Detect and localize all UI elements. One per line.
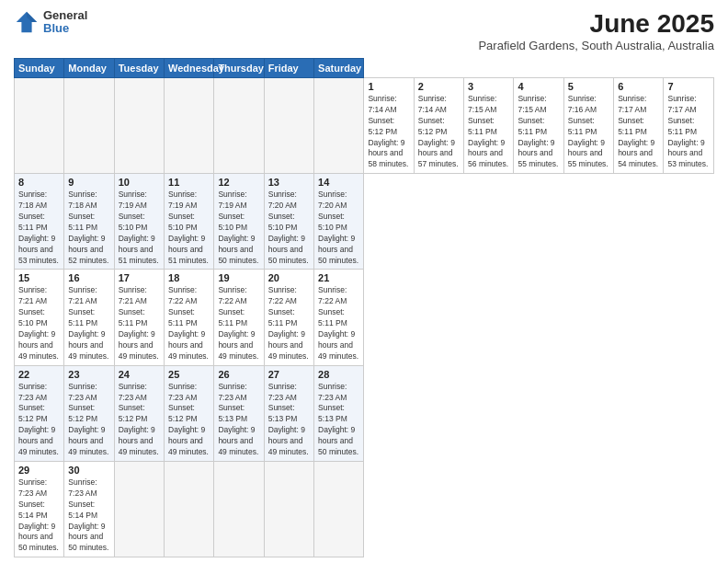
calendar-header-row: Sunday Monday Tuesday Wednesday Thursday… [15, 59, 714, 78]
day-info: Sunrise: 7:20 AM Sunset: 5:10 PM Dayligh… [318, 190, 359, 266]
day-number: 30 [68, 465, 109, 476]
calendar-cell: 26 Sunrise: 7:23 AM Sunset: 5:13 PM Dayl… [214, 365, 264, 461]
day-info: Sunrise: 7:18 AM Sunset: 5:11 PM Dayligh… [18, 190, 60, 266]
header: General Blue June 2025 Parafield Gardens… [14, 9, 714, 52]
day-info: Sunrise: 7:23 AM Sunset: 5:12 PM Dayligh… [18, 382, 60, 458]
day-number: 18 [168, 272, 210, 283]
sunset: Sunset: 5:13 PM [218, 403, 259, 425]
sunrise: Sunrise: 7:22 AM [218, 285, 259, 307]
daylight: Daylight: 9 hours and 50 minutes. [268, 234, 310, 267]
calendar-cell: 20 Sunrise: 7:22 AM Sunset: 5:11 PM Dayl… [264, 270, 313, 365]
day-number: 27 [268, 369, 310, 380]
col-friday: Friday [264, 59, 313, 78]
calendar-cell [314, 78, 364, 174]
calendar-cell [15, 78, 64, 174]
calendar-row: 8 Sunrise: 7:18 AM Sunset: 5:11 PM Dayli… [15, 174, 714, 270]
daylight: Daylight: 9 hours and 49 minutes. [168, 329, 210, 362]
calendar-cell: 22 Sunrise: 7:23 AM Sunset: 5:12 PM Dayl… [15, 365, 64, 461]
calendar-cell: 2 Sunrise: 7:14 AM Sunset: 5:12 PM Dayli… [414, 78, 463, 174]
sunrise: Sunrise: 7:16 AM [568, 94, 609, 116]
day-number: 25 [168, 369, 210, 380]
daylight: Daylight: 9 hours and 49 minutes. [218, 329, 259, 362]
day-number: 29 [18, 465, 60, 476]
calendar-cell: 3 Sunrise: 7:15 AM Sunset: 5:11 PM Dayli… [464, 78, 514, 174]
daylight: Daylight: 9 hours and 53 minutes. [667, 138, 710, 171]
daylight: Daylight: 9 hours and 55 minutes. [568, 138, 609, 171]
day-info: Sunrise: 7:14 AM Sunset: 5:12 PM Dayligh… [368, 94, 409, 170]
sunset: Sunset: 5:12 PM [168, 403, 210, 425]
sunset: Sunset: 5:11 PM [218, 307, 259, 329]
day-number: 23 [68, 369, 109, 380]
calendar-cell: 16 Sunrise: 7:21 AM Sunset: 5:11 PM Dayl… [64, 270, 114, 365]
daylight: Daylight: 9 hours and 57 minutes. [418, 138, 460, 171]
day-number: 2 [418, 81, 460, 92]
daylight: Daylight: 9 hours and 50 minutes. [68, 522, 109, 555]
day-info: Sunrise: 7:23 AM Sunset: 5:14 PM Dayligh… [68, 477, 109, 554]
calendar-cell [165, 461, 214, 557]
calendar-cell [264, 461, 313, 557]
day-info: Sunrise: 7:23 AM Sunset: 5:14 PM Dayligh… [18, 477, 60, 554]
sunrise: Sunrise: 7:15 AM [518, 94, 559, 116]
day-info: Sunrise: 7:23 AM Sunset: 5:12 PM Dayligh… [168, 382, 210, 458]
calendar-cell: 5 Sunrise: 7:16 AM Sunset: 5:11 PM Dayli… [563, 78, 613, 174]
day-number: 20 [268, 272, 310, 283]
day-info: Sunrise: 7:17 AM Sunset: 5:11 PM Dayligh… [618, 94, 659, 170]
calendar-cell: 13 Sunrise: 7:20 AM Sunset: 5:10 PM Dayl… [264, 174, 313, 270]
daylight: Daylight: 9 hours and 49 minutes. [268, 425, 310, 458]
calendar-cell: 19 Sunrise: 7:22 AM Sunset: 5:11 PM Dayl… [214, 270, 264, 365]
daylight: Daylight: 9 hours and 58 minutes. [368, 138, 409, 171]
day-number: 13 [268, 177, 310, 188]
calendar-cell: 25 Sunrise: 7:23 AM Sunset: 5:12 PM Dayl… [165, 365, 214, 461]
daylight: Daylight: 9 hours and 51 minutes. [168, 234, 210, 267]
day-number: 16 [68, 272, 109, 283]
sunset: Sunset: 5:10 PM [218, 212, 259, 234]
sunset: Sunset: 5:11 PM [68, 212, 109, 234]
calendar-cell: 1 Sunrise: 7:14 AM Sunset: 5:12 PM Dayli… [364, 78, 414, 174]
sunrise: Sunrise: 7:23 AM [119, 382, 160, 404]
logo-blue-text: Blue [43, 22, 87, 35]
daylight: Daylight: 9 hours and 55 minutes. [518, 138, 559, 171]
col-wednesday: Wednesday [165, 59, 214, 78]
sunset: Sunset: 5:14 PM [18, 500, 60, 522]
day-info: Sunrise: 7:17 AM Sunset: 5:11 PM Dayligh… [667, 94, 710, 170]
day-info: Sunrise: 7:23 AM Sunset: 5:13 PM Dayligh… [218, 382, 259, 458]
logo-general-text: General [43, 9, 87, 22]
calendar-cell: 14 Sunrise: 7:20 AM Sunset: 5:10 PM Dayl… [314, 174, 364, 270]
sunset: Sunset: 5:11 PM [667, 116, 710, 138]
daylight: Daylight: 9 hours and 49 minutes. [119, 425, 160, 458]
sunset: Sunset: 5:10 PM [168, 212, 210, 234]
col-monday: Monday [64, 59, 114, 78]
sunset: Sunset: 5:10 PM [268, 212, 310, 234]
calendar-cell [314, 461, 364, 557]
calendar-cell: 15 Sunrise: 7:21 AM Sunset: 5:10 PM Dayl… [15, 270, 64, 365]
day-info: Sunrise: 7:18 AM Sunset: 5:11 PM Dayligh… [68, 190, 109, 266]
day-info: Sunrise: 7:22 AM Sunset: 5:11 PM Dayligh… [218, 285, 259, 362]
day-info: Sunrise: 7:14 AM Sunset: 5:12 PM Dayligh… [418, 94, 460, 170]
day-info: Sunrise: 7:19 AM Sunset: 5:10 PM Dayligh… [218, 190, 259, 266]
sunrise: Sunrise: 7:20 AM [268, 190, 310, 212]
sunrise: Sunrise: 7:19 AM [218, 190, 259, 212]
sunset: Sunset: 5:11 PM [618, 116, 659, 138]
calendar-cell: 17 Sunrise: 7:21 AM Sunset: 5:11 PM Dayl… [114, 270, 164, 365]
sunrise: Sunrise: 7:23 AM [218, 382, 259, 404]
calendar-cell: 21 Sunrise: 7:22 AM Sunset: 5:11 PM Dayl… [314, 270, 364, 365]
calendar-row: 22 Sunrise: 7:23 AM Sunset: 5:12 PM Dayl… [15, 365, 714, 461]
calendar-cell: 6 Sunrise: 7:17 AM Sunset: 5:11 PM Dayli… [614, 78, 664, 174]
calendar-cell [114, 461, 164, 557]
sunset: Sunset: 5:12 PM [119, 403, 160, 425]
sunrise: Sunrise: 7:14 AM [368, 94, 409, 116]
calendar: Sunday Monday Tuesday Wednesday Thursday… [14, 58, 714, 557]
sunrise: Sunrise: 7:15 AM [468, 94, 509, 116]
day-number: 5 [568, 81, 609, 92]
day-info: Sunrise: 7:22 AM Sunset: 5:11 PM Dayligh… [268, 285, 310, 362]
day-info: Sunrise: 7:21 AM Sunset: 5:11 PM Dayligh… [119, 285, 160, 362]
daylight: Daylight: 9 hours and 49 minutes. [268, 329, 310, 362]
sunset: Sunset: 5:10 PM [119, 212, 160, 234]
sunset: Sunset: 5:13 PM [268, 403, 310, 425]
sunrise: Sunrise: 7:23 AM [18, 477, 60, 500]
day-number: 4 [518, 81, 559, 92]
day-info: Sunrise: 7:16 AM Sunset: 5:11 PM Dayligh… [568, 94, 609, 170]
logo-text: General Blue [43, 9, 87, 36]
sunrise: Sunrise: 7:23 AM [68, 382, 109, 404]
calendar-cell: 11 Sunrise: 7:19 AM Sunset: 5:10 PM Dayl… [165, 174, 214, 270]
